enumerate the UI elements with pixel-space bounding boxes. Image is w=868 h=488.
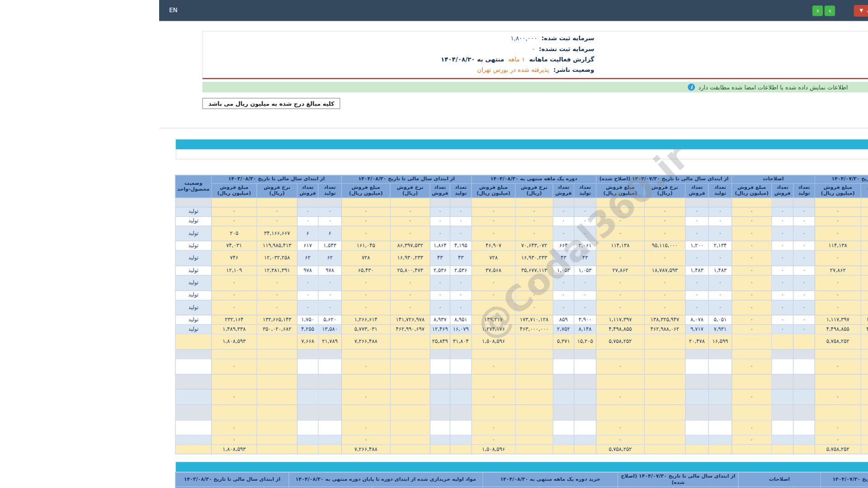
status-cell: تولید [175, 241, 212, 250]
value-cell: ۰ [212, 291, 257, 300]
status-cell [175, 405, 212, 420]
column-group-header: مواد اولیه خریداری شده از ابتدای دوره تا… [289, 473, 483, 487]
value-cell [815, 349, 861, 359]
value-cell [297, 445, 318, 454]
value-cell: ۰ [644, 275, 685, 291]
main-content: شرکت: قند لرستان سرمایه ثبت شده: ۱,۸۰۰,۰… [176, 31, 868, 488]
info-icon: i [688, 84, 695, 91]
value-cell: ۰ [341, 389, 390, 405]
column-subheader: نرخ فروش (ریال) [390, 183, 430, 197]
value-cell [297, 405, 318, 420]
value-cell: ۰ [793, 250, 815, 266]
value-cell [793, 405, 815, 420]
field-label: وضعیت ناشر: [553, 66, 594, 74]
value-cell: ۴,۴۹۸,۸۵۵ [596, 324, 645, 334]
value-cell [515, 334, 553, 349]
value-cell: ۰ [644, 250, 685, 266]
value-cell: ۹۷۸ [318, 266, 341, 275]
field-value: ۱ ماهه [508, 56, 525, 63]
value-cell [553, 374, 574, 389]
value-cell [553, 445, 574, 454]
value-cell: ۰ [861, 275, 868, 291]
value-cell [772, 420, 793, 436]
amounts-note-box: کلیه مبالغ درج شده به میلیون ریال می باش… [203, 98, 340, 109]
column-subheader: مبلغ فروش (میلیون ریال) [732, 183, 772, 197]
column-subheader: تعداد تولید [708, 183, 731, 197]
value-cell: ۲,۰۶۱ [574, 241, 596, 250]
value-cell: ۰ [212, 389, 257, 405]
value-cell: ۲۷,۸۶۲ [596, 266, 645, 275]
value-cell: ۰ [515, 216, 553, 226]
value-cell [861, 445, 868, 454]
value-cell: ۰ [793, 291, 815, 300]
value-cell: ۱۳۸,۳۲۵,۹۴۷ [644, 315, 685, 325]
value-cell [596, 374, 645, 389]
value-cell [450, 374, 472, 389]
value-cell [472, 374, 515, 389]
value-cell: ۲۰۵ [212, 226, 257, 241]
value-cell [318, 197, 341, 207]
column-group-header: از ابتدای سال مالی تا تاریخ ۱۴۰۴/۰۸/۳۰ [341, 175, 472, 183]
value-cell: ۰ [732, 241, 772, 250]
language-toggle[interactable]: EN [169, 7, 178, 14]
value-cell: ۰ [815, 226, 861, 241]
value-cell: ۰ [732, 207, 772, 216]
value-cell [596, 349, 645, 359]
value-cell: ۱,۴۸۹,۳۳۸ [212, 324, 257, 334]
value-cell: ۰ [257, 291, 297, 300]
value-cell: ۰ [732, 389, 772, 405]
status-cell: تولید [175, 250, 212, 266]
value-cell: ۰ [793, 226, 815, 241]
value-cell [390, 334, 430, 349]
next-month-button[interactable]: › [825, 5, 835, 16]
column-subheader: تعداد تولید [574, 183, 596, 197]
value-cell: ۰ [732, 275, 772, 291]
production-sales-table: شرحواحداز ابتدای سال مالی تا تاریخ ۱۴۰۴/… [175, 175, 868, 455]
previous-month-button[interactable]: ‹ [812, 5, 823, 16]
value-cell: ۰ [596, 275, 645, 291]
value-cell [644, 374, 685, 389]
value-cell: ۰ [772, 315, 793, 325]
value-cell: ۰ [341, 436, 390, 445]
table-row: فروش صادراتی: [175, 349, 868, 359]
value-cell [685, 197, 708, 207]
value-cell [515, 349, 553, 359]
value-cell: ۰ [815, 275, 861, 291]
table-row: برگشت از فروش: [175, 405, 868, 420]
value-cell: ۰ [596, 250, 645, 266]
status-cell: تولید [175, 275, 212, 291]
report-type-dropdown[interactable]: گزارش فعالیت ▼ [854, 5, 868, 16]
field-label: سرمایه ثبت نشده: [539, 45, 594, 52]
value-cell: ۵,۰۵۱ [708, 315, 731, 325]
column-group-header: دوره یک ماهه منتهی به ۱۴۰۴/۰۸/۳۰ [472, 175, 596, 183]
value-cell [793, 334, 815, 349]
value-cell: ۴۶,۹۰۷ [472, 241, 515, 250]
value-cell: ۷,۲۶۶,۴۸۸ [341, 334, 390, 349]
value-cell: ۰ [390, 291, 430, 300]
value-cell: ۹,۷۱۷ [685, 324, 708, 334]
value-cell: ۱,۴۸۳ [685, 266, 708, 275]
value-cell: ۱,۸۰۸,۵۹۳ [212, 334, 257, 349]
value-cell: ۰ [772, 226, 793, 241]
value-cell: ۷,۹۳۱ [708, 324, 731, 334]
value-cell: ۰ [472, 436, 515, 445]
value-cell: ۰ [685, 275, 708, 291]
status-cell [175, 420, 212, 436]
value-cell: ۰ [596, 389, 645, 405]
value-cell: ۰ [732, 216, 772, 226]
value-cell: ۲۳۲,۱۶۴ [212, 315, 257, 325]
table-row: جمع فروش داخلی۱۶,۵۹۹۲۰,۴۷۸۵,۷۵۸,۲۵۲۱۶,۵۹… [175, 334, 868, 349]
value-cell: ۰ [596, 226, 645, 241]
value-cell: ۶۱۷ [297, 241, 318, 250]
value-cell: ۰ [815, 250, 861, 266]
value-cell: ۱۱۹,۹۸۵,۴۱۳ [257, 241, 297, 250]
value-cell: ۰ [793, 266, 815, 275]
column-subheader: تعداد تولید [793, 183, 815, 197]
column-subheader: تعداد فروش [685, 183, 708, 197]
value-cell [390, 389, 430, 405]
column-subheader: نرخ فروش (ریال) [861, 183, 868, 197]
value-cell [472, 405, 515, 420]
column-group-header: از ابتدای سال مالی تا تاریخ ۱۴۰۳/۰۸/۳۰ [212, 175, 342, 183]
value-cell: ۷۴۶ [212, 250, 257, 266]
value-cell: ۰ [708, 207, 731, 216]
